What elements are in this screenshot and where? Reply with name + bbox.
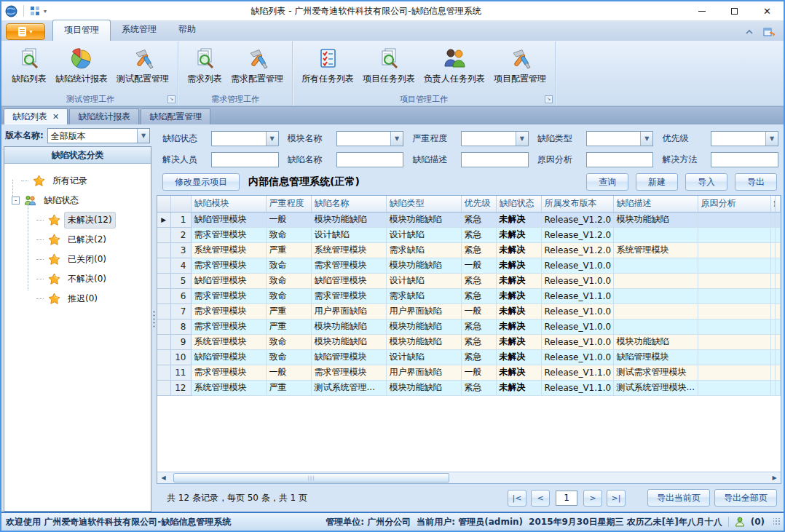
缺陷名称-input[interactable] [336,152,404,167]
ribbon-group: 所有任务列表项目任务列表负责人任务列表项目配置管理项目管理工作↘ [293,41,556,106]
tree-item-缺陷状态[interactable]: -缺陷状态 [9,191,148,210]
application-menu-button[interactable]: ▾ [6,23,45,40]
tree-item-推迟(0)[interactable]: 推迟(0) [9,289,148,309]
ribbon-button-项目配置管理[interactable]: 项目配置管理 [489,44,551,87]
system-title: 内部信息管理系统(正常) [248,175,360,188]
tree-item-不解决(0)[interactable]: 不解决(0) [9,269,148,289]
ribbon-button-所有任务列表[interactable]: 所有任务列表 [297,44,358,87]
table-row[interactable]: 3系统管理模块严重系统管理模块需求缺陷紧急未解决Release_V1.2.0系统… [157,242,781,258]
table-row[interactable]: 8需求管理模块严重模块功能缺陷模块功能缺陷紧急未解决Release_V1.0.0 [157,319,781,334]
export-all-pages-button[interactable]: 导出全部页 [714,489,777,507]
combo-value [587,132,641,146]
tree-expander-icon[interactable]: - [12,196,20,205]
查询-button[interactable]: 查询 [586,173,628,191]
horizontal-scrollbar[interactable]: ◀ ||| ▶ [157,472,781,483]
tree-item-所有记录[interactable]: 所有记录 [9,171,148,191]
prev-page-button[interactable]: < [531,490,550,507]
ribbon-button-负责人任务列表[interactable]: 负责人任务列表 [419,44,489,87]
scroll-right-icon[interactable]: ▶ [769,475,780,481]
table-row[interactable]: 10缺陷管理模块致命缺陷管理模块设计缺陷紧急未解决Release_V1.0.0缺… [157,349,781,365]
dialog-launcher-icon[interactable]: ↘ [167,95,175,103]
close-button[interactable]: ✕ [751,1,784,20]
ribbon-tab-帮助[interactable]: 帮助 [167,20,207,41]
cell-优先级: 紧急 [461,288,496,303]
新建-button[interactable]: 新建 [636,173,678,191]
table-row[interactable]: 11需求管理模块一般需求管理模块用户界面缺陷一般未解决Release_V1.1.… [157,365,781,380]
严重程度-select[interactable]: ▼ [461,131,529,146]
ribbon-group-caption: 需求管理工作 [179,92,291,106]
scrollbar-thumb[interactable]: ||| [173,473,449,483]
ribbon-button-需求配置管理[interactable]: 需求配置管理 [226,44,288,87]
close-tab-icon[interactable]: ✕ [52,113,59,121]
cell-缺陷描述: 测试需求管理模块 [613,365,698,380]
doc-tab-缺陷配置管理[interactable]: 缺陷配置管理 [141,108,210,124]
cell-缺陷状态: 未解决 [496,288,541,303]
first-page-button[interactable]: |< [508,490,526,507]
table-row[interactable]: 12系统管理模块严重测试系统管理...模块功能缺陷紧急未解决Release_V1… [157,380,781,395]
tree-item-已关闭(0)[interactable]: 已关闭(0) [9,250,148,269]
table-row[interactable]: 9系统管理模块致命模块功能缺陷模块功能缺陷紧急未解决Release_V1.0.0… [157,334,781,349]
table-row[interactable]: 2需求管理模块致命设计缺陷设计缺陷紧急未解决Release_V1.2.0 [157,227,781,242]
message-count: (0) [751,517,765,527]
table-row[interactable]: 6需求管理模块致命需求管理模块需求缺陷紧急未解决Release_V1.1.0 [157,288,781,303]
ribbon-button-需求列表[interactable]: 需求列表 [183,44,226,87]
table-row[interactable]: 4需求管理模块致命需求管理模块模块功能缺陷一般未解决Release_V1.0.0 [157,258,781,273]
column-header-严重程度[interactable]: 严重程度 [266,196,311,212]
window-switch-icon[interactable] [763,26,776,38]
缺陷状态-select[interactable]: ▼ [211,131,279,146]
ribbon-button-缺陷列表[interactable]: 缺陷列表 [7,44,51,87]
模块名称-select[interactable]: ▼ [336,131,404,146]
cell-缺陷模块: 缺陷管理模块 [191,273,266,288]
column-header-所属发布版本[interactable]: 所属发布版本 [541,196,613,212]
dialog-launcher-icon[interactable]: ↘ [545,95,553,103]
column-header-缺陷类型[interactable]: 缺陷类型 [386,196,461,212]
ribbon-button-缺陷统计报表[interactable]: 缺陷统计报表 [51,44,112,87]
导出-button[interactable]: 导出 [735,173,777,191]
chevron-down-icon: ▾ [29,28,32,35]
缺陷类型-select[interactable]: ▼ [586,131,654,146]
messages-user-icon[interactable] [735,517,745,527]
column-header-优先级[interactable]: 优先级 [461,196,496,212]
解决人员-input[interactable] [211,152,279,167]
resize-grip[interactable] [773,518,781,525]
quick-access-icon[interactable] [30,6,41,17]
cell-filler [776,288,781,303]
modify-columns-button[interactable]: 修改显示项目 [162,173,240,191]
table-row[interactable]: 5缺陷管理模块致命缺陷管理模块设计缺陷紧急未解决Release_V1.0.0 [157,273,781,288]
column-header-缺陷描述[interactable]: 缺陷描述 [613,196,698,212]
column-header-缺陷模块[interactable]: 缺陷模块 [191,196,266,212]
scroll-left-icon[interactable]: ◀ [158,475,169,481]
优先级-select[interactable]: ▼ [711,131,778,146]
version-select[interactable]: 全部版本 ▼ [47,128,150,143]
解决方法-input[interactable] [711,152,778,167]
ribbon-tab-系统管理[interactable]: 系统管理 [111,20,167,41]
column-header-原因分析[interactable]: 原因分析 [698,196,770,212]
collapse-ribbon-icon[interactable] [744,28,754,36]
ribbon-tab-项目管理[interactable]: 项目管理 [52,20,111,41]
原因分析-input[interactable] [586,152,654,167]
combo-value [462,132,516,146]
doc-tab-缺陷统计报表[interactable]: 缺陷统计报表 [69,108,139,124]
table-row[interactable]: ▶1缺陷管理模块一般模块功能缺陷模块功能缺陷紧急未解决Release_V1.2.… [157,212,781,227]
缺陷描述-input[interactable] [461,152,529,167]
last-page-button[interactable]: >| [607,490,626,507]
cell-缺陷类型: 模块功能缺陷 [386,258,461,273]
ribbon-button-项目任务列表[interactable]: 项目任务列表 [358,44,419,87]
page-number-input[interactable] [556,491,577,506]
chevron-down-icon: ▼ [640,132,652,146]
doc-tab-缺陷列表[interactable]: 缺陷列表✕ [4,108,68,124]
tree-item-已解决(2)[interactable]: 已解决(2) [9,230,148,250]
tree-item-未解决(12)[interactable]: 未解决(12) [9,210,148,230]
ribbon-button-测试配置管理[interactable]: 测试配置管理 [112,44,173,87]
table-row[interactable]: 7需求管理模块严重用户界面缺陷用户界面缺陷一般未解决Release_V1.0.0 [157,303,781,319]
column-header-缺陷状态[interactable]: 缺陷状态 [496,196,541,212]
minimize-button[interactable] [685,1,718,20]
maximize-button[interactable] [718,1,751,20]
column-header-解决方法[interactable]: 解决方法 [770,196,776,212]
panel-splitter[interactable] [151,127,157,512]
export-current-page-button[interactable]: 导出当前页 [647,489,710,507]
column-header-缺陷名称[interactable]: 缺陷名称 [311,196,386,212]
导入-button[interactable]: 导入 [685,173,727,191]
ribbon-button-label: 测试配置管理 [117,73,169,85]
next-page-button[interactable]: > [583,490,602,507]
